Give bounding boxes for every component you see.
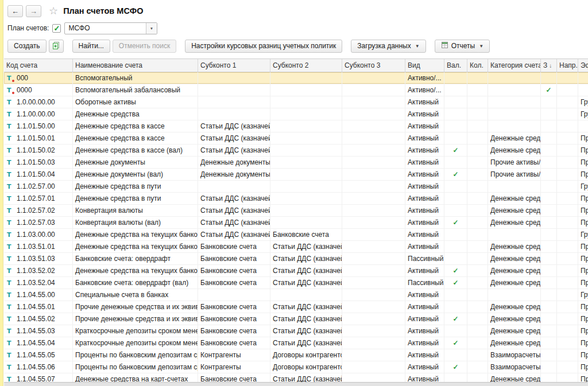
cell-type: Активный [405, 217, 444, 228]
account-code-text: 000 [17, 74, 28, 82]
table-row[interactable]: Т 1.0.00.00.00 Оборотные активы Активный… [4, 96, 588, 108]
combobox-dropdown-button[interactable]: ▼ [146, 23, 157, 34]
cell-subconto1: Банковские счета [198, 241, 270, 252]
cell-quantity-flag [467, 361, 488, 373]
cell-offbalance-flag [541, 169, 557, 180]
account-t-icon: Т [7, 75, 14, 81]
chart-of-accounts-checkbox[interactable]: ✓ [52, 24, 61, 33]
table-row[interactable]: Т 1.1.04.55.02 Прочие денежные средства … [4, 313, 588, 325]
cell-account-code: Т 1.1.01.50.02 [4, 145, 73, 156]
cell-currency-flag: ✓ [444, 265, 467, 276]
copy-icon [52, 41, 60, 51]
table-row[interactable]: Т 1.1.04.55.00 Специальные счета в банка… [4, 289, 588, 301]
cell-offbalance-flag [541, 108, 557, 120]
table-row[interactable]: Т 1.1.04.55.06 Проценты по банковским де… [4, 361, 588, 373]
currency-diff-settings-button[interactable]: Настройки курсовых разниц учетных полити… [185, 40, 342, 53]
column-header-subconto1[interactable]: Субконто 1 [198, 59, 270, 72]
table-row[interactable]: Т 1.1.01.50.01 Денежные средства в кассе… [4, 132, 588, 145]
column-header-code[interactable]: Код счета [4, 59, 73, 72]
column-header-name[interactable]: Наименование счета [73, 59, 198, 72]
find-button[interactable]: Найти... [72, 40, 110, 53]
offbalance-header-label: З [543, 61, 547, 69]
cell-ef: Пр [578, 325, 588, 337]
cell-category: Денежные сред... [488, 265, 541, 276]
column-header-subconto3[interactable]: Субконто 3 [342, 59, 405, 72]
column-header-subconto2[interactable]: Субконто 2 [270, 59, 342, 72]
favorite-star-icon[interactable]: ☆ [49, 5, 58, 17]
cell-subconto1: Статьи ДДС (казначей... [198, 217, 270, 228]
chart-of-accounts-combobox[interactable]: МСФО ▼ [64, 22, 157, 34]
cell-offbalance-flag [541, 313, 557, 325]
column-header-offbalance[interactable]: З ↓ [541, 59, 557, 72]
cell-offbalance-flag [541, 181, 557, 192]
cell-currency-flag: ✓ [444, 313, 467, 325]
table-row[interactable]: Т 1.1.03.00.00 Денежные средства на теку… [4, 229, 588, 241]
table-row[interactable]: Т 1.1.03.51.01 Денежные средства на теку… [4, 241, 588, 253]
cell-category [488, 229, 541, 240]
table-row[interactable]: Т 1.1.00.00.00 Денежные средства Активны… [4, 108, 588, 120]
cell-category [488, 120, 541, 132]
cell-type: Активно/... [405, 72, 444, 84]
table-row[interactable]: Т 1.1.03.52.04 Банковские счета: овердра… [4, 277, 588, 289]
table-row[interactable]: Т 1.1.01.50.04 Денежные документы (вал) … [4, 169, 588, 181]
cell-ef: Пр [578, 337, 588, 349]
cell-category [488, 84, 541, 96]
cell-subconto2: Банковские счета [270, 229, 342, 240]
cancel-search-button[interactable]: Отменить поиск [113, 40, 176, 53]
account-code-text: 1.1.01.50.00 [17, 122, 55, 130]
account-t-icon: Т [7, 111, 14, 118]
table-row[interactable]: Т 1.1.03.52.02 Денежные средства на теку… [4, 265, 588, 277]
cell-subconto1 [198, 181, 270, 192]
account-t-icon: Т [7, 87, 14, 93]
create-by-copy-button[interactable] [49, 40, 64, 53]
cell-type: Активный [405, 157, 444, 168]
table-row[interactable]: Т 1.1.02.57.00 Денежные средства в пути … [4, 181, 588, 193]
cell-subconto2 [270, 108, 342, 120]
table-row[interactable]: Т 1.1.01.50.00 Денежные средства в кассе… [4, 120, 588, 132]
column-header-quantity[interactable]: Кол. [467, 59, 488, 72]
account-code-text: 1.1.04.55.01 [17, 303, 55, 311]
cell-quantity-flag [467, 169, 488, 180]
cell-account-name: Денежные документы (вал) [73, 169, 198, 180]
table-row[interactable]: Т 1.1.01.50.02 Денежные средства в кассе… [4, 145, 588, 157]
table-row[interactable]: Т 1.1.03.51.03 Банковские счета: овердра… [4, 253, 588, 265]
cell-ef: Пр [578, 217, 588, 228]
table-row[interactable]: Т 1.1.02.57.01 Денежные средства в пути … [4, 193, 588, 205]
cell-napr [557, 289, 578, 301]
cell-currency-flag [444, 253, 467, 264]
table-row[interactable]: Т 1.1.02.57.03 Конвертация валюты (вал) … [4, 217, 588, 229]
forward-button[interactable]: → [26, 5, 41, 17]
table-row[interactable]: Т 1.1.02.57.02 Конвертация валюты Статьи… [4, 205, 588, 217]
table-row[interactable]: Т 1.1.01.50.03 Денежные документы Денежн… [4, 157, 588, 169]
cell-type: Активный [405, 181, 444, 192]
column-header-type[interactable]: Вид [405, 59, 444, 72]
cell-account-code: Т 1.1.02.57.00 [4, 181, 73, 192]
load-data-menu-button[interactable]: Загрузка данных ▼ [351, 40, 425, 53]
column-header-category[interactable]: Категория счета [488, 59, 541, 72]
back-button[interactable]: ← [7, 5, 23, 17]
column-header-ef[interactable]: Эф [578, 59, 588, 72]
reports-menu-button[interactable]: Отчеты ▼ [435, 40, 490, 53]
column-header-currency[interactable]: Вал. [444, 59, 467, 72]
cell-subconto3 [342, 349, 405, 361]
column-header-napr[interactable]: Напр. [557, 59, 578, 72]
cell-category [488, 289, 541, 301]
cell-ef: Пр [578, 205, 588, 216]
table-row[interactable]: Т 1.1.04.55.03 Краткосрочные депозиты ср… [4, 325, 588, 337]
cell-subconto1: Банковские счета [198, 337, 270, 349]
horizontal-scrollbar[interactable] [4, 382, 588, 386]
table-row[interactable]: Т 1.1.04.55.04 Краткосрочные депозиты ср… [4, 337, 588, 349]
cell-currency-flag: ✓ [444, 217, 467, 228]
table-header: Код счета Наименование счета Субконто 1 … [4, 59, 588, 72]
table-row[interactable]: Т 1.1.04.55.05 Проценты по банковским де… [4, 349, 588, 361]
cell-currency-flag [444, 229, 467, 240]
table-row[interactable]: Т 0000 Вспомогательный забалансовый Акти… [4, 84, 588, 96]
cell-account-code: Т 1.1.01.50.00 [4, 120, 73, 132]
cell-offbalance-flag [541, 72, 557, 84]
table-row[interactable]: Т 1.1.04.55.01 Прочие денежные средства … [4, 301, 588, 313]
cell-subconto1: Денежные документы... [198, 169, 270, 180]
create-button[interactable]: Создать [7, 40, 47, 53]
cell-subconto2 [270, 120, 342, 132]
account-t-icon: Т [7, 304, 14, 310]
table-row[interactable]: Т 000 Вспомогательный Активно/... [4, 72, 588, 84]
